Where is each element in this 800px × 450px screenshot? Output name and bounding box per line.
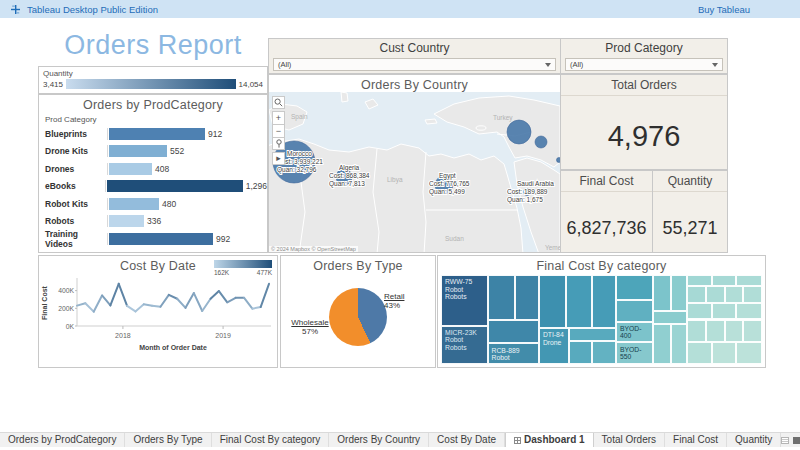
line-segment[interactable] — [110, 284, 118, 306]
treemap-node[interactable] — [569, 341, 591, 364]
line-segment[interactable] — [177, 299, 185, 308]
line-segment[interactable] — [186, 293, 194, 308]
treemap-node[interactable] — [687, 286, 706, 304]
treemap-node[interactable] — [592, 275, 616, 328]
map-attribution[interactable]: © 2024 Mapbox © OpenStreetMap — [269, 246, 358, 252]
bar-mark[interactable] — [109, 233, 213, 245]
buy-tableau-link[interactable]: Buy Tableau — [698, 4, 750, 15]
line-segment[interactable] — [135, 304, 143, 311]
line-segment[interactable] — [211, 291, 219, 299]
treemap-node[interactable] — [687, 275, 713, 286]
line-segment[interactable] — [261, 284, 269, 307]
treemap-node[interactable] — [706, 320, 725, 342]
bar-mark[interactable] — [109, 215, 144, 227]
sheet-sorter-icon[interactable] — [781, 437, 789, 444]
line-chart-plot[interactable]: 0K200K400K20182019Month of Order DateFin… — [39, 274, 277, 366]
line-segment[interactable] — [144, 304, 152, 306]
map-bubble[interactable] — [535, 136, 547, 148]
map-bubble[interactable] — [507, 120, 531, 144]
treemap-node[interactable] — [671, 275, 687, 311]
line-segment[interactable] — [85, 303, 93, 311]
treemap-node[interactable] — [743, 286, 762, 304]
line-segment[interactable] — [219, 291, 227, 302]
treemap-node[interactable] — [743, 320, 762, 342]
line-segment[interactable] — [252, 307, 260, 309]
line-segment[interactable] — [127, 306, 135, 312]
map-search-button[interactable] — [272, 96, 285, 109]
line-segment[interactable] — [94, 295, 102, 311]
sheet-tab-dashboard-1[interactable]: Dashboard 1 — [505, 433, 594, 447]
line-segment[interactable] — [77, 303, 85, 305]
line-segment[interactable] — [227, 298, 235, 302]
bar-mark[interactable] — [109, 128, 205, 140]
cust-country-dropdown[interactable]: (All) — [273, 58, 556, 71]
treemap-node[interactable] — [488, 320, 539, 343]
line-segment[interactable] — [169, 295, 177, 299]
map-zoom-in-button[interactable]: + — [272, 111, 285, 124]
line-segment[interactable] — [202, 299, 210, 311]
treemap-node[interactable] — [687, 320, 706, 342]
chevron-down-icon — [545, 63, 551, 67]
sheet-tab-orders-by-country[interactable]: Orders By Country — [329, 433, 429, 447]
treemap-node[interactable] — [736, 275, 762, 286]
sheet-tab-final-cost-by-category[interactable]: Final Cost By category — [212, 433, 330, 447]
treemap-node-rww-75[interactable]: RWW-75RobotRobots — [441, 275, 488, 326]
bar-mark[interactable] — [109, 163, 152, 175]
map-tools-expand-button[interactable]: ▸ — [272, 152, 285, 165]
treemap-node[interactable] — [671, 324, 687, 364]
treemap-node[interactable] — [712, 342, 736, 364]
line-segment[interactable] — [194, 293, 202, 311]
treemap-node[interactable] — [687, 303, 713, 319]
treemap-node[interactable] — [653, 275, 671, 311]
treemap-node-micr-23k[interactable]: MICR-23KRobotRobots — [441, 326, 488, 364]
map-zoom-home-button[interactable] — [272, 137, 285, 150]
line-segment[interactable] — [152, 306, 160, 307]
line-segment[interactable] — [244, 298, 252, 309]
treemap-node-rcb-889 robot[interactable]: RCB-889 Robot — [488, 343, 539, 364]
treemap-node[interactable] — [488, 275, 515, 320]
final-cost-kpi: Final Cost 6,827,736 — [560, 170, 653, 253]
bar-mark[interactable] — [109, 145, 167, 157]
treemap-node[interactable] — [736, 342, 762, 364]
prod-category-dropdown[interactable]: (All) — [565, 58, 723, 71]
map-zoom-out-button[interactable]: − — [272, 124, 285, 137]
treemap-node[interactable] — [539, 275, 566, 328]
sheet-tab-orders-by-prodcategory[interactable]: Orders by ProdCategory — [0, 433, 125, 447]
line-segment[interactable] — [102, 295, 110, 305]
treemap-node[interactable] — [712, 275, 736, 286]
treemap-node[interactable] — [515, 275, 539, 320]
sheet-tab-final-cost[interactable]: Final Cost — [665, 433, 727, 447]
bar-mark[interactable] — [109, 198, 159, 210]
treemap-node[interactable] — [616, 275, 653, 300]
pie-chart[interactable] — [329, 288, 387, 346]
sheet-tab-orders-by-type[interactable]: Orders By Type — [125, 433, 211, 447]
treemap-node[interactable] — [566, 275, 592, 328]
line-segment[interactable] — [160, 295, 168, 307]
treemap-node-byod-400[interactable]: BYOD-400 — [616, 322, 653, 342]
treemap-node[interactable] — [569, 328, 616, 340]
line-segment[interactable] — [119, 284, 127, 306]
treemap-node-byod-550[interactable]: BYOD-550 — [616, 342, 653, 364]
filter-title: Cust Country — [269, 39, 560, 55]
treemap-node[interactable] — [653, 311, 687, 324]
treemap-node[interactable] — [616, 300, 653, 322]
treemap-node[interactable] — [725, 286, 743, 304]
sheet-tab-label: Orders by ProdCategory — [8, 433, 116, 447]
treemap-node[interactable] — [736, 303, 762, 319]
treemap-node[interactable] — [712, 303, 736, 319]
thumbnail-view-icon[interactable] — [793, 437, 800, 444]
bar-mark[interactable] — [107, 180, 243, 192]
svg-text:400K: 400K — [58, 287, 74, 294]
sheet-tab-total-orders[interactable]: Total Orders — [594, 433, 665, 447]
treemap-node[interactable] — [687, 342, 713, 364]
treemap-node[interactable] — [653, 324, 671, 364]
map-canvas[interactable]: SpainTurkeyLibyaSudanYemen MoroccoCost: … — [269, 92, 560, 253]
treemap-node[interactable] — [725, 320, 743, 342]
sheet-tab-cost-by-date[interactable]: Cost By Date — [429, 433, 505, 447]
treemap-node[interactable] — [706, 286, 725, 304]
treemap-node[interactable] — [592, 341, 616, 364]
map-place-label: Sudan — [445, 235, 464, 242]
legend-gradient-bar[interactable] — [66, 79, 236, 89]
treemap-node-dti-84[interactable]: DTI-84Drone — [539, 328, 569, 364]
sheet-tab-quantity[interactable]: Quantity — [727, 433, 781, 447]
